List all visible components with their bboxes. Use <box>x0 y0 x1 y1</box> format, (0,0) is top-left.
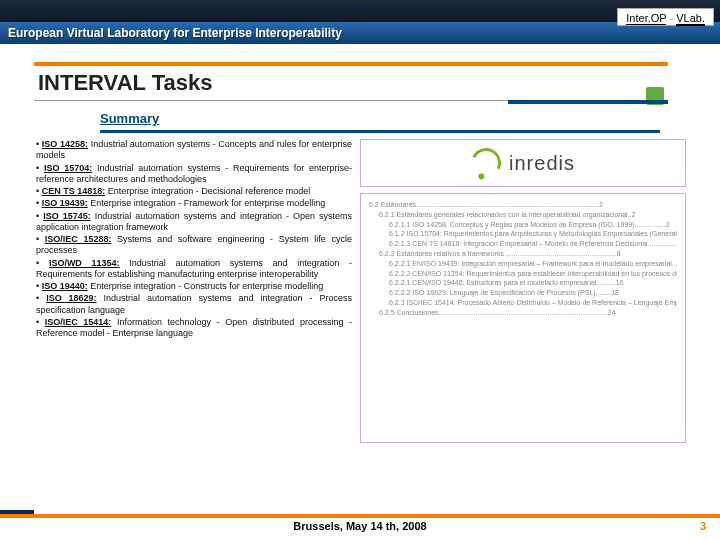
toc-line: 6.2 Estándares..........................… <box>369 200 677 210</box>
standard-item: • ISO 15745: Industrial automation syste… <box>36 211 352 234</box>
toc-line: 6.2.2.2 ISO 18629: Lenguaje de Especific… <box>369 288 677 298</box>
title-accent-bar <box>34 62 668 66</box>
standard-item: • CEN TS 14818: Enterprise integration -… <box>36 186 352 197</box>
header-bar: European Virtual Laboratory for Enterpri… <box>0 0 720 44</box>
inredis-logo-text: inredis <box>509 152 575 175</box>
toc-line: 6.1.2 ISO 15704: Requerimientos para Arq… <box>369 229 677 239</box>
toc-line: 6.2.2.1 EN/ISO 19439: Integración empres… <box>369 259 677 269</box>
standards-list: • ISO 14258: Industrial automation syste… <box>36 139 352 443</box>
toc-line: 6.2.2 Estándares relativos a frameworks … <box>369 249 677 259</box>
toc-line: 6.2.2.2 CEN/ISO 11354: Requerimientos pa… <box>369 269 677 279</box>
standard-item: • ISO 19439: Enterprise integration - Fr… <box>36 198 352 209</box>
toc-line: 6.2.2.1 CEN/ISO 19440: Estructuras para … <box>369 278 677 288</box>
page-title: INTERVAL Tasks <box>34 68 674 100</box>
interop-vlab-logo: Inter.OP - VLab. <box>617 8 714 26</box>
header-title: European Virtual Laboratory for Enterpri… <box>8 26 342 40</box>
summary-accent-bar <box>100 130 660 133</box>
footer-date: Brussels, May 14 th, 2008 <box>40 520 680 532</box>
standard-item: • ISO 15704: Industrial automation syste… <box>36 163 352 186</box>
page-number: 3 <box>680 520 720 532</box>
toc-line: 6.2.3 ISO/IEC 15414: Procesado Abierto D… <box>369 298 677 308</box>
toc-line: 6.2.5 Conclusiones......................… <box>369 308 677 318</box>
toc-line: 6.2.1.1 ISO 14258, Conceptos y Reglas pa… <box>369 220 677 230</box>
standard-item: • ISO/IEC 15414: Information technology … <box>36 317 352 340</box>
summary-heading: Summary <box>100 111 159 126</box>
standard-item: • ISO 14258: Industrial automation syste… <box>36 139 352 162</box>
title-underline <box>34 100 668 101</box>
toc-line: 6.2.1 Estándares generales relacionados … <box>369 210 677 220</box>
inredis-logo-box: inredis <box>360 139 686 187</box>
footer: Brussels, May 14 th, 2008 3 <box>0 514 720 532</box>
standard-item: • ISO/IEC 15288: Systems and software en… <box>36 234 352 257</box>
footer-accent-bar <box>0 514 720 518</box>
inredis-swirl-icon <box>467 144 505 182</box>
standard-item: • ISO 18629: Industrial automation syste… <box>36 293 352 316</box>
standard-item: • ISO/WD 11354: Industrial automation sy… <box>36 258 352 281</box>
green-badge-icon <box>646 87 664 105</box>
toc-line: 6.2.1.3 CEN TS 14818: Integración Empres… <box>369 239 677 249</box>
toc-preview-box: 6.2 Estándares..........................… <box>360 193 686 443</box>
standard-item: • ISO 19440: Enterprise integration - Co… <box>36 281 352 292</box>
